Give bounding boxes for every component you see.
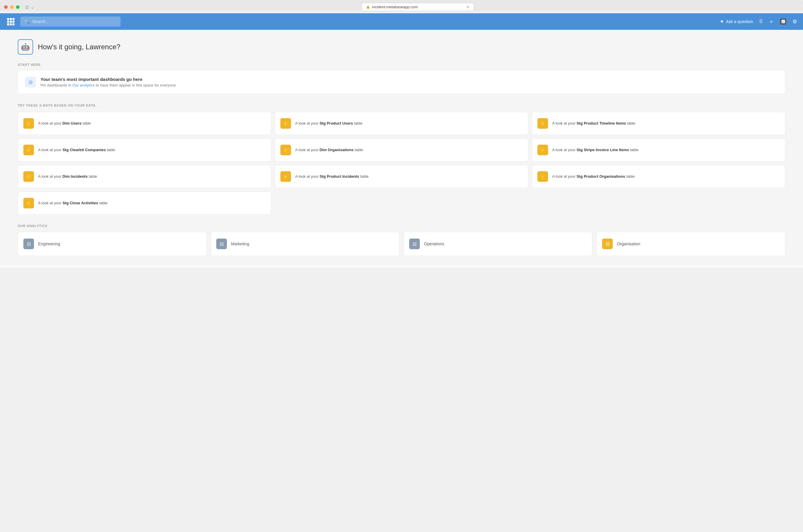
- reload-icon[interactable]: ↻: [467, 5, 470, 9]
- xray-lightning-icon: ⚡: [537, 171, 548, 182]
- xray-lightning-icon: ⚡: [280, 145, 291, 155]
- pinned-banner: ⊟ Your team's most important dashboards …: [18, 70, 785, 94]
- analytics-card-label: Organisation: [617, 242, 640, 246]
- app-window: 🔍 Search... ✦ Ask a question ⠿ ＋ 🔲 ⚙ 🤖 H…: [0, 13, 803, 267]
- banner-title: Your team's most important dashboards go…: [40, 77, 176, 82]
- xray-card[interactable]: ⚡ A look at your Stg Product Users table: [275, 112, 528, 135]
- greeting-icon: 🤖: [18, 39, 33, 55]
- xray-text: A look at your Stg Product Timeline Item…: [552, 121, 636, 126]
- chevron-down-icon[interactable]: ⌄: [31, 5, 34, 10]
- xray-card[interactable]: ⚡ A look at your Stg Product Incidents t…: [275, 165, 528, 188]
- analytics-card-label: Engineering: [38, 242, 60, 246]
- add-icon[interactable]: ＋: [769, 18, 774, 25]
- xray-text: A look at your Dim Incidents table: [38, 174, 97, 179]
- banner-text: Your team's most important dashboards go…: [40, 77, 176, 88]
- xray-lightning-icon: ⚡: [23, 198, 34, 208]
- xray-card[interactable]: ⚡ A look at your Dim Users table: [18, 112, 271, 135]
- banner-subtitle: Pin dashboards in Our analytics to have …: [40, 83, 176, 88]
- url-text: incident.metabaseapp.com: [372, 5, 418, 9]
- xray-card[interactable]: ⚡ A look at your Dim Incidents table: [18, 165, 271, 188]
- header-right: ✦ Ask a question ⠿ ＋ 🔲 ⚙: [720, 18, 797, 25]
- analytics-card-label: Operations: [424, 242, 444, 246]
- analytics-card[interactable]: ⊟ Engineering: [18, 232, 206, 256]
- xray-lightning-icon: ⚡: [280, 171, 291, 182]
- main-content: 🤖 How's it going, Lawrence? START HERE ⊟…: [0, 30, 803, 266]
- greeting-title: How's it going, Lawrence?: [38, 43, 120, 51]
- analytics-card[interactable]: ⊟ Organisation: [597, 232, 785, 256]
- search-bar[interactable]: 🔍 Search...: [20, 17, 121, 26]
- settings-icon[interactable]: ⚙: [792, 18, 797, 25]
- xray-text: A look at your Stg Stripe Invoice Line I…: [552, 147, 638, 153]
- apps-icon[interactable]: ⠿: [759, 18, 763, 25]
- analytics-icon: ⊟: [216, 239, 227, 249]
- xray-text: A look at your Stg Product Incidents tab…: [295, 174, 369, 179]
- analytics-card-label: Marketing: [231, 242, 249, 246]
- xray-text: A look at your Dim Organisations table: [295, 147, 363, 153]
- address-bar[interactable]: 🔒 incident.metabaseapp.com ↻: [362, 3, 474, 11]
- xray-lightning-icon: ⚡: [23, 145, 34, 155]
- xray-card[interactable]: ⚡ A look at your Stg Clearbit Companies …: [18, 138, 271, 162]
- dashboard-icon: ⊟: [25, 77, 36, 88]
- xray-lightning-icon: ⚡: [23, 118, 34, 129]
- analytics-card[interactable]: ⊟ Operations: [404, 232, 592, 256]
- sidebar-toggle-icon[interactable]: ⊡: [25, 5, 29, 10]
- analytics-icon: ⊟: [602, 239, 613, 249]
- analytics-icon: ⊟: [409, 239, 420, 249]
- analytics-section: OUR ANALYTICS ⊟ Engineering ⊟ Marketing …: [18, 224, 785, 256]
- xray-lightning-icon: ⚡: [23, 171, 34, 182]
- xray-card[interactable]: ⚡ A look at your Stg Stripe Invoice Line…: [532, 138, 785, 162]
- search-placeholder: Search...: [32, 19, 49, 24]
- close-button[interactable]: [4, 5, 8, 9]
- maximize-button[interactable]: [16, 5, 19, 9]
- xray-card[interactable]: ⚡ A look at your Stg Product Organisatio…: [532, 165, 785, 188]
- xray-text: A look at your Stg Product Users table: [295, 121, 363, 126]
- xray-lightning-icon: ⚡: [537, 118, 548, 129]
- xray-text: A look at your Dim Users table: [38, 121, 91, 126]
- app-header: 🔍 Search... ✦ Ask a question ⠿ ＋ 🔲 ⚙: [0, 13, 803, 30]
- analytics-icon: ⊟: [23, 239, 34, 249]
- xray-card[interactable]: ⚡ A look at your Stg Close Activities ta…: [18, 192, 271, 215]
- our-analytics-link[interactable]: Our analytics: [72, 83, 95, 88]
- xray-text: A look at your Stg Clearbit Companies ta…: [38, 147, 115, 153]
- xrays-label: TRY THESE X-RAYS BASED ON YOUR DATA.: [18, 103, 785, 107]
- start-here-label: START HERE: [18, 63, 785, 66]
- xray-card[interactable]: ⚡ A look at your Dim Organisations table: [275, 138, 528, 162]
- ask-question-label: Ask a question: [726, 19, 753, 24]
- banner-subtitle-suffix: to have them appear in this space for ev…: [95, 83, 176, 88]
- minimize-button[interactable]: [10, 5, 14, 9]
- analytics-grid: ⊟ Engineering ⊟ Marketing ⊟ Operations ⊟…: [18, 232, 785, 256]
- xray-text: A look at your Stg Product Organisations…: [552, 174, 635, 179]
- app-logo[interactable]: [6, 17, 15, 26]
- analytics-card[interactable]: ⊟ Marketing: [211, 232, 399, 256]
- lock-icon: 🔒: [366, 5, 370, 9]
- xray-grid: ⚡ A look at your Dim Users table ⚡ A loo…: [18, 112, 785, 215]
- ask-question-button[interactable]: ✦ Ask a question: [720, 18, 753, 25]
- search-icon: 🔍: [24, 19, 30, 24]
- xray-lightning-icon: ⚡: [280, 118, 291, 129]
- analytics-label: OUR ANALYTICS: [18, 224, 785, 228]
- banner-subtitle-prefix: Pin dashboards in: [40, 83, 72, 88]
- xray-card[interactable]: ⚡ A look at your Stg Product Timeline It…: [532, 112, 785, 135]
- greeting-section: 🤖 How's it going, Lawrence?: [18, 39, 785, 55]
- xray-lightning-icon: ⚡: [537, 145, 548, 155]
- browser-chrome: ⊡ ⌄ 🔒 incident.metabaseapp.com ↻: [0, 0, 803, 11]
- bookmark-icon[interactable]: 🔲: [780, 18, 786, 25]
- plus-icon: ✦: [720, 18, 724, 25]
- xray-text: A look at your Stg Close Activities tabl…: [38, 201, 108, 206]
